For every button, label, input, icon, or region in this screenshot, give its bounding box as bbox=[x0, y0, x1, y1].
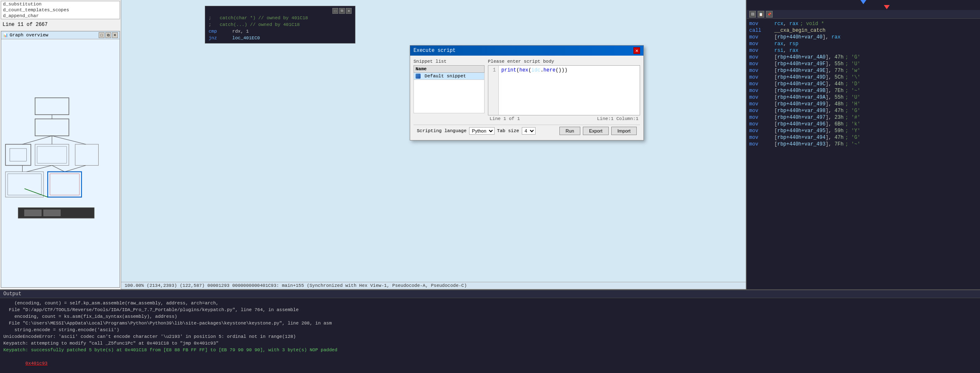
top-area: d_substitution d_count_templates_scopes … bbox=[0, 0, 980, 289]
right-panel-icon-2[interactable]: 📋 bbox=[758, 11, 764, 18]
snippet-col-name: Name bbox=[414, 66, 485, 73]
snippet-empty-row bbox=[414, 80, 485, 113]
operand-2: [rbp+440h+var_40], rax bbox=[774, 34, 840, 41]
output-line-4: string.encode = string.encode('ascii') bbox=[3, 327, 977, 333]
tooltip-line-1: ; catch(char *) // owned by 401C18 bbox=[209, 15, 352, 21]
snippet-table: Name Default snippet bbox=[413, 65, 485, 113]
svg-rect-3 bbox=[10, 148, 26, 161]
operand-11: [rbp+440h+var_49A], 55h bbox=[774, 94, 844, 101]
execute-script-dialog: Execute script ✕ Snippet list Name bbox=[410, 45, 644, 141]
operand-16: [rbp+440h+var_495], 59h bbox=[774, 128, 844, 134]
mnemonic-6: mov bbox=[749, 61, 774, 67]
operand-1: __cxa_begin_catch bbox=[774, 27, 825, 34]
snippet-row-0[interactable]: Default snippet bbox=[414, 73, 485, 80]
status-bar: 100.00% (2134,2393) (122,587) 00001293 0… bbox=[121, 282, 746, 289]
tooltip-btn-1[interactable]: □ bbox=[332, 8, 338, 14]
sidebar-item-2[interactable]: d_append_char bbox=[1, 13, 120, 19]
tooltip-btn-2[interactable]: ⧉ bbox=[339, 8, 345, 14]
mnemonic-3: mov bbox=[749, 41, 774, 47]
top-arrow-blue bbox=[860, 0, 866, 4]
operand-7: [rbp+440h+var_49E], 77h bbox=[774, 67, 844, 74]
code-line-10[interactable]: mov [rbp+440h+var_49B], 7Eh ; '~' bbox=[748, 87, 979, 94]
tooltip-line-4: jnz loc_401EC0 bbox=[209, 35, 352, 41]
sidebar-list: d_substitution d_count_templates_scopes … bbox=[1, 1, 120, 19]
code-line-8[interactable]: mov [rbp+440h+var_49D], 5Ch ; '\' bbox=[748, 74, 979, 81]
right-panel-icon-1[interactable]: 🖼 bbox=[749, 11, 756, 18]
tab-size-label: Tab size bbox=[497, 128, 519, 133]
svg-line-15 bbox=[23, 136, 52, 144]
code-line-16[interactable]: mov [rbp+440h+var_495], 59h ; 'Y' bbox=[748, 128, 979, 134]
sidebar-item-1[interactable]: d_count_templates_scopes bbox=[1, 7, 120, 13]
scripting-lang-label: Scripting language bbox=[417, 128, 467, 133]
tab-size-select[interactable]: 4 2 8 bbox=[522, 127, 536, 135]
mnemonic-9: mov bbox=[749, 81, 774, 87]
dialog-footer-left: Scripting language Python IDC Tab size 4… bbox=[417, 127, 536, 135]
output-highlight-addr[interactable]: 0x401c93 bbox=[26, 361, 48, 366]
output-line-3: File "C:\Users\MESSI\AppData\Local\Progr… bbox=[3, 320, 977, 327]
operand-8: [rbp+440h+var_49D], 5Ch bbox=[774, 74, 844, 81]
code-line-18[interactable]: mov [rbp+440h+var_493], 7Fh ; '~' bbox=[748, 141, 979, 148]
code-line-12[interactable]: mov [rbp+440h+var_499], 48h ; 'H' bbox=[748, 101, 979, 107]
graph-close-btn[interactable]: ✕ bbox=[112, 32, 118, 38]
code-line-13[interactable]: mov [rbp+440h+var_498], 47h ; 'G' bbox=[748, 107, 979, 114]
dialog-footer: Scripting language Python IDC Tab size 4… bbox=[413, 125, 640, 137]
comment-9: ; 'D' bbox=[845, 81, 860, 87]
code-line-2[interactable]: mov [rbp+440h+var_40], rax bbox=[748, 34, 979, 41]
code-line-11[interactable]: mov [rbp+440h+var_49A], 55h ; 'U' bbox=[748, 94, 979, 101]
script-line-count: Line 1 of 1 bbox=[490, 116, 520, 121]
code-line-17[interactable]: mov [rbp+440h+var_494], 47h ; 'G' bbox=[748, 134, 979, 141]
comment-5: ; 'G' bbox=[845, 54, 860, 61]
code-line-9[interactable]: mov [rbp+440h+var_49C], 44h ; 'D' bbox=[748, 81, 979, 87]
code-line-0[interactable]: mov rcx, rax ; void * bbox=[748, 20, 979, 27]
scripting-language-select[interactable]: Python IDC bbox=[469, 127, 495, 135]
mnemonic-16: mov bbox=[749, 128, 774, 134]
mnemonic-4: mov bbox=[749, 47, 774, 54]
script-editor-content[interactable]: print(hex(idc.here())) bbox=[499, 66, 640, 115]
code-line-1[interactable]: call __cxa_begin_catch bbox=[748, 27, 979, 34]
graph-overview-header: 📊 Graph overview □ ⧉ ✕ bbox=[1, 31, 120, 39]
snippet-name-0: Default snippet bbox=[414, 73, 485, 80]
operand-4: rsi, rax bbox=[774, 47, 799, 54]
right-panel-icon-3[interactable]: 📌 bbox=[766, 11, 773, 18]
mnemonic-10: mov bbox=[749, 87, 774, 94]
svg-line-19 bbox=[27, 166, 52, 172]
tooltip-btn-3[interactable]: ✕ bbox=[346, 8, 352, 14]
operand-3: rax, rsp bbox=[774, 41, 799, 47]
right-panel: 🖼 📋 📌 mov rcx, rax ; void * call __cxa_b… bbox=[746, 0, 980, 289]
svg-line-23 bbox=[25, 189, 48, 197]
output-line-5: UnicodeEncodeError: 'ascii' codec can't … bbox=[3, 333, 977, 340]
code-line-14[interactable]: mov [rbp+440h+var_497], 23h ; '#' bbox=[748, 114, 979, 121]
dialog-footer-right: Run Export Import bbox=[559, 127, 637, 135]
operand-14: [rbp+440h+var_497], 23h bbox=[774, 114, 844, 121]
code-line-4[interactable]: mov rsi, rax bbox=[748, 47, 979, 54]
mnemonic-0: mov bbox=[749, 20, 774, 27]
run-button[interactable]: Run bbox=[559, 127, 580, 135]
mnemonic-18: mov bbox=[749, 141, 774, 148]
svg-rect-2 bbox=[5, 144, 31, 166]
dialog-status-bar: Line 1 of 1 Line:1 Column:1 bbox=[488, 115, 640, 122]
code-line-15[interactable]: mov [rbp+440h+var_496], 6Bh ; 'k' bbox=[748, 121, 979, 128]
dialog-close-btn[interactable]: ✕ bbox=[633, 47, 640, 54]
output-header: Output bbox=[0, 290, 980, 298]
mnemonic-12: mov bbox=[749, 101, 774, 107]
svg-rect-5 bbox=[37, 146, 67, 163]
snippet-label-0: Default snippet bbox=[425, 74, 466, 79]
import-button[interactable]: Import bbox=[611, 127, 637, 135]
sidebar: d_substitution d_count_templates_scopes … bbox=[0, 0, 121, 289]
operand-0: rcx, rax bbox=[774, 20, 799, 27]
mnemonic-8: mov bbox=[749, 74, 774, 81]
export-button[interactable]: Export bbox=[583, 127, 609, 135]
svg-rect-8 bbox=[8, 174, 41, 195]
code-line-6[interactable]: mov [rbp+440h+var_49F], 55h ; 'U' bbox=[748, 61, 979, 67]
code-line-3[interactable]: mov rax, rsp bbox=[748, 41, 979, 47]
code-line-7[interactable]: mov [rbp+440h+var_49E], 77h ; 'w' bbox=[748, 67, 979, 74]
code-line-5[interactable]: mov [rbp+440h+var_4A0], 47h ; 'G' bbox=[748, 54, 979, 61]
output-panel: Output (encoding, count) = self.kp_asm.a… bbox=[0, 289, 980, 373]
comment-6: ; 'U' bbox=[845, 61, 860, 67]
graph-float-btn[interactable]: ⧉ bbox=[105, 32, 111, 38]
svg-rect-9 bbox=[48, 172, 82, 197]
graph-canvas bbox=[1, 39, 120, 287]
sidebar-item-0[interactable]: d_substitution bbox=[1, 1, 120, 7]
mnemonic-1: call bbox=[749, 27, 774, 34]
graph-restore-btn[interactable]: □ bbox=[99, 32, 105, 38]
